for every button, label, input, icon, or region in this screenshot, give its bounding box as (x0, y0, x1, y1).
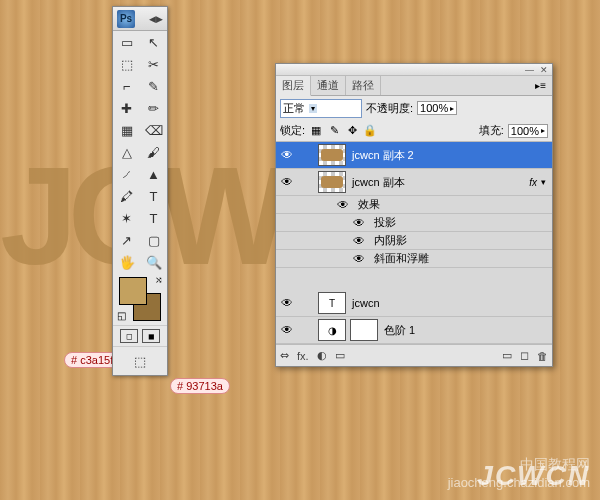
panel-menu-icon[interactable]: ▸≡ (529, 80, 552, 91)
wand-tool[interactable]: ✂ (140, 53, 167, 75)
adj-layer-thumb[interactable]: ◑ (318, 319, 346, 341)
fx-toggle-icon[interactable]: ▾ (541, 177, 552, 187)
link-layers-icon[interactable]: ⇔ (280, 349, 289, 362)
visibility-icon[interactable]: 👁 (348, 216, 370, 230)
effects-row[interactable]: 👁 效果 (276, 196, 552, 214)
effect-drop-shadow[interactable]: 👁 投影 (276, 214, 552, 232)
toolbox-panel: Ps ◀▶ ▭ ↖ ⬚ ✂ ⌐ ✎ ✚ ✏ ▦ ⌫ △ 🖌 ⟋ ▲ 🖍 T ✶ … (112, 6, 168, 376)
layer-thumb[interactable] (318, 144, 346, 166)
layer-row[interactable]: 👁 T jcwcn (276, 290, 552, 317)
layers-footer: ⇔ fx. ◐ ▭ ▭ ◻ 🗑 (276, 344, 552, 366)
panel-titlebar[interactable]: — ✕ (276, 64, 552, 76)
slice-tool[interactable]: ✎ (140, 75, 167, 97)
screenmode-row: ⬚ (113, 346, 167, 375)
path-tool[interactable]: ✶ (113, 207, 140, 229)
visibility-icon[interactable]: 👁 (348, 252, 370, 266)
layer-name[interactable]: 色阶 1 (380, 323, 552, 338)
history-brush-tool[interactable]: ⌫ (140, 119, 167, 141)
lock-pixels-icon[interactable]: ✎ (327, 124, 341, 137)
zoom-tool[interactable]: 🔍 (140, 251, 167, 273)
brush-tool[interactable]: ✏ (140, 97, 167, 119)
visibility-icon[interactable]: 👁 (276, 148, 298, 162)
list-spacer (276, 268, 552, 290)
watermark-main: JCWCN (477, 460, 590, 492)
pen-tool[interactable]: 🖍 (113, 185, 140, 207)
eyedropper-tool[interactable]: ▢ (140, 229, 167, 251)
ps-logo-icon: Ps (117, 10, 135, 28)
layer-row[interactable]: 👁 ◑ 色阶 1 (276, 317, 552, 344)
marquee-tool[interactable]: ▭ (113, 31, 140, 53)
shape-tool[interactable]: T (140, 207, 167, 229)
opacity-label: 不透明度: (366, 101, 413, 116)
close-icon[interactable]: ✕ (540, 65, 548, 75)
tab-channels[interactable]: 通道 (311, 76, 346, 95)
tab-paths[interactable]: 路径 (346, 76, 381, 95)
panel-tabs: 图层 通道 路径 ▸≡ (276, 76, 552, 96)
blend-opacity-row: 正常▾ 不透明度: 100%▸ (276, 96, 552, 120)
visibility-icon[interactable]: 👁 (276, 296, 298, 310)
collapse-icon[interactable]: ◀▶ (149, 14, 163, 24)
lock-transparency-icon[interactable]: ▦ (309, 124, 323, 137)
screen-mode[interactable]: ⬚ (127, 350, 154, 372)
type-tool[interactable]: T (140, 185, 167, 207)
stamp-tool[interactable]: ▦ (113, 119, 140, 141)
lock-all-icon[interactable]: 🔒 (363, 124, 377, 137)
effect-bevel[interactable]: 👁 斜面和浮雕 (276, 250, 552, 268)
layer-name[interactable]: jcwcn 副本 (348, 175, 529, 190)
trash-icon[interactable]: 🗑 (537, 350, 548, 362)
lock-position-icon[interactable]: ✥ (345, 124, 359, 137)
type-layer-thumb[interactable]: T (318, 292, 346, 314)
default-colors-icon[interactable]: ◱ (117, 310, 126, 321)
foreground-color[interactable] (119, 277, 147, 305)
lock-fill-row: 锁定: ▦ ✎ ✥ 🔒 填充: 100%▸ (276, 120, 552, 142)
layer-name[interactable]: jcwcn (348, 297, 552, 309)
bg-color-callout: # 93713a (170, 378, 230, 394)
mask-thumb[interactable] (350, 319, 378, 341)
heal-tool[interactable]: ✚ (113, 97, 140, 119)
effect-inner-shadow[interactable]: 👁 内阴影 (276, 232, 552, 250)
visibility-icon[interactable]: 👁 (276, 323, 298, 337)
mask-icon[interactable]: ◐ (317, 349, 327, 362)
move-tool[interactable]: ↖ (140, 31, 167, 53)
visibility-icon[interactable]: 👁 (276, 175, 298, 189)
visibility-icon[interactable]: 👁 (332, 198, 354, 212)
quickmask-row: ◻ ◼ (113, 325, 167, 346)
layer-thumb[interactable] (318, 171, 346, 193)
dodge-tool[interactable]: ▲ (140, 163, 167, 185)
lock-label: 锁定: (280, 123, 305, 138)
tool-grid: ▭ ↖ ⬚ ✂ ⌐ ✎ ✚ ✏ ▦ ⌫ △ 🖌 ⟋ ▲ 🖍 T ✶ T ↗ ▢ … (113, 31, 167, 273)
fill-input[interactable]: 100%▸ (508, 124, 548, 138)
minimize-icon[interactable]: — (525, 65, 534, 75)
standard-mode[interactable]: ◻ (120, 329, 138, 343)
toolbox-header[interactable]: Ps ◀▶ (113, 7, 167, 31)
layer-list: 👁 jcwcn 副本 2 👁 jcwcn 副本 fx ▾ 👁 效果 👁 投影 👁… (276, 142, 552, 344)
opacity-input[interactable]: 100%▸ (417, 101, 457, 115)
adjustment-icon[interactable]: ▭ (335, 349, 345, 362)
hand-tool[interactable]: 🖐 (113, 251, 140, 273)
lasso-tool[interactable]: ⬚ (113, 53, 140, 75)
blend-mode-select[interactable]: 正常▾ (280, 99, 362, 118)
layer-name[interactable]: jcwcn 副本 2 (348, 148, 552, 163)
fx-badge: fx (529, 177, 541, 188)
visibility-icon[interactable]: 👁 (348, 234, 370, 248)
layer-row[interactable]: 👁 jcwcn 副本 fx ▾ (276, 169, 552, 196)
eraser-tool[interactable]: △ (113, 141, 140, 163)
swap-colors-icon[interactable]: ⤭ (155, 275, 163, 285)
layer-row[interactable]: 👁 jcwcn 副本 2 (276, 142, 552, 169)
blur-tool[interactable]: ⟋ (113, 163, 140, 185)
quickmask-mode[interactable]: ◼ (142, 329, 160, 343)
fill-label: 填充: (479, 123, 504, 138)
fx-menu-icon[interactable]: fx. (297, 350, 309, 362)
group-icon[interactable]: ▭ (502, 349, 512, 362)
notes-tool[interactable]: ↗ (113, 229, 140, 251)
color-swatches: ⤭ ◱ (115, 275, 165, 323)
new-layer-icon[interactable]: ◻ (520, 349, 529, 362)
layers-panel: — ✕ 图层 通道 路径 ▸≡ 正常▾ 不透明度: 100%▸ 锁定: ▦ ✎ … (275, 63, 553, 367)
tab-layers[interactable]: 图层 (276, 76, 311, 96)
gradient-tool[interactable]: 🖌 (140, 141, 167, 163)
crop-tool[interactable]: ⌐ (113, 75, 140, 97)
